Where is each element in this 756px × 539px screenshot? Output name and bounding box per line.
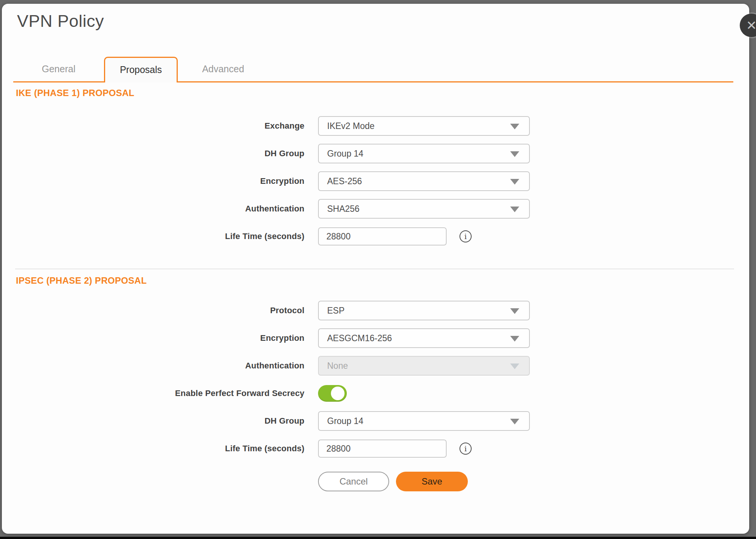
ipsec-authentication-select-disabled: None [318,356,530,376]
ipsec-encryption-select[interactable]: AESGCM16-256 [318,328,530,348]
tab-proposals[interactable]: Proposals [104,57,178,82]
toggle-knob [331,387,345,400]
ike-authentication-row: Authentication SHA256 [2,199,749,219]
ipsec-encryption-select-value: AESGCM16-256 [327,333,392,343]
protocol-select[interactable]: ESP [318,301,530,320]
ipsec-dh-group-select-value: Group 14 [327,416,363,426]
ike-authentication-label: Authentication [2,204,318,214]
save-button[interactable]: Save [396,472,468,491]
ipsec-lifetime-row: Life Time (seconds) i [2,439,749,458]
ipsec-phase2-rows: Protocol ESP Encryption AESGCM16-256 Aut… [2,301,749,458]
dropdown-caret-icon [510,207,519,212]
section-divider [15,269,734,269]
info-icon[interactable]: i [459,230,472,242]
tab-advanced[interactable]: Advanced [178,57,269,81]
tab-bar: General Proposals Advanced [13,57,733,82]
ike-dh-group-label: DH Group [2,149,318,158]
ike-authentication-select[interactable]: SHA256 [318,199,530,219]
ipsec-authentication-row: Authentication None [2,356,749,376]
ike-encryption-select-value: AES-256 [327,176,362,186]
ipsec-dh-group-select[interactable]: Group 14 [318,411,530,431]
protocol-row: Protocol ESP [2,301,749,320]
protocol-select-value: ESP [327,306,345,316]
exchange-row: Exchange IKEv2 Mode [2,116,749,136]
dropdown-caret-icon [510,363,519,369]
tab-general[interactable]: General [13,57,104,81]
dropdown-caret-icon [510,308,519,314]
pfs-toggle[interactable] [318,385,347,402]
info-icon[interactable]: i [459,443,472,455]
pfs-label: Enable Perfect Forward Secrecy [2,388,318,398]
vpn-policy-dialog: VPN Policy General Proposals Advanced IK… [2,4,749,534]
cancel-button[interactable]: Cancel [318,472,389,491]
ike-phase1-heading: IKE (PHASE 1) PROPOSAL [16,88,134,98]
ike-dh-group-row: DH Group Group 14 [2,144,749,163]
exchange-label: Exchange [2,121,318,131]
ike-phase1-rows: Exchange IKEv2 Mode DH Group Group 14 En… [2,116,749,246]
bottom-strip [0,537,756,539]
ipsec-lifetime-input[interactable] [318,440,447,458]
ipsec-dh-group-label: DH Group [2,416,318,426]
ike-authentication-select-value: SHA256 [327,204,360,214]
ike-encryption-select[interactable]: AES-256 [318,171,530,191]
ipsec-lifetime-label: Life Time (seconds) [2,444,318,454]
dropdown-caret-icon [510,179,519,185]
ipsec-dh-group-row: DH Group Group 14 [2,411,749,431]
exchange-select[interactable]: IKEv2 Mode [318,116,530,136]
dropdown-caret-icon [510,124,519,129]
ike-encryption-label: Encryption [2,176,318,186]
ike-lifetime-input[interactable] [318,227,447,245]
exchange-select-value: IKEv2 Mode [327,121,374,131]
screen: { "dialog": { "title": "VPN Policy", "cl… [0,0,756,539]
ike-lifetime-row: Life Time (seconds) i [2,227,749,246]
ike-lifetime-label: Life Time (seconds) [2,231,318,241]
protocol-label: Protocol [2,306,318,315]
ike-dh-group-select[interactable]: Group 14 [318,144,530,163]
ipsec-encryption-row: Encryption AESGCM16-256 [2,328,749,348]
dropdown-caret-icon [510,151,519,157]
dialog-footer: Cancel Save [318,472,468,491]
ipsec-authentication-select-value: None [327,361,348,371]
page-title: VPN Policy [17,11,104,31]
pfs-row: Enable Perfect Forward Secrecy [2,384,749,403]
ike-encryption-row: Encryption AES-256 [2,171,749,191]
dropdown-caret-icon [510,419,519,424]
dropdown-caret-icon [510,336,519,342]
ipsec-encryption-label: Encryption [2,333,318,343]
ipsec-phase2-heading: IPSEC (PHASE 2) PROPOSAL [16,275,147,286]
ike-dh-group-select-value: Group 14 [327,149,363,159]
ipsec-authentication-label: Authentication [2,361,318,371]
